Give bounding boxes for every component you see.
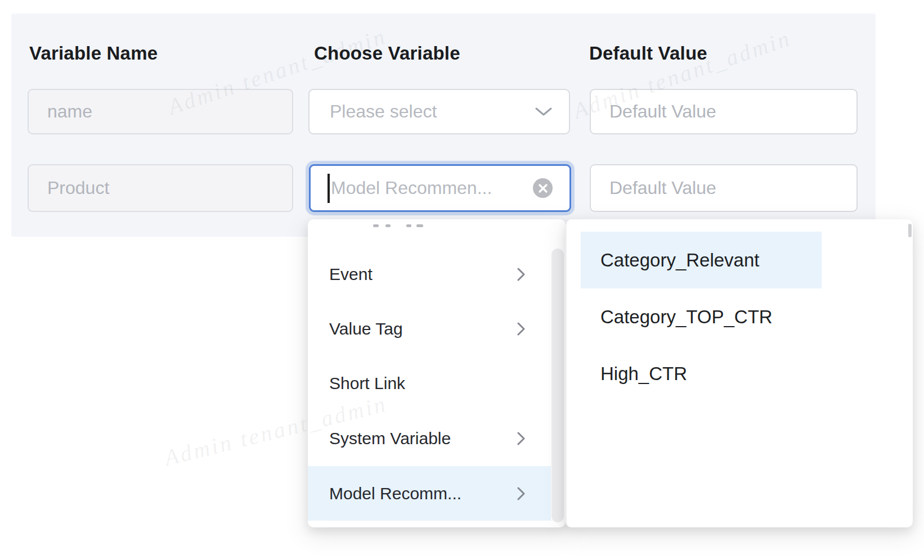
menu-scrollbar-thumb[interactable] bbox=[551, 249, 564, 522]
choose-variable-placeholder-row1: Please select bbox=[330, 101, 535, 122]
variable-name-input-row1-wrap bbox=[28, 89, 293, 134]
choose-variable-select-row1[interactable]: Please select bbox=[308, 89, 570, 134]
chevron-right-icon bbox=[517, 432, 525, 445]
clear-selection-button[interactable] bbox=[533, 178, 553, 198]
cascader-submenu: Category_Relevant Category_TOP_CTR High_… bbox=[566, 219, 913, 527]
default-value-input-row2-wrap bbox=[590, 164, 858, 212]
submenu-scrollbar-thumb[interactable] bbox=[908, 224, 912, 237]
chevron-right-icon bbox=[517, 487, 525, 500]
default-value-label: Default Value bbox=[589, 43, 707, 64]
menu-item-event[interactable]: Event bbox=[308, 247, 551, 301]
chevron-down-icon bbox=[535, 107, 552, 116]
default-value-input-row2[interactable] bbox=[590, 164, 858, 212]
variable-name-label: Variable Name bbox=[29, 43, 158, 64]
chevron-right-icon bbox=[517, 322, 525, 336]
submenu-item-high-ctr[interactable]: High_CTR bbox=[581, 345, 822, 402]
submenu-item-category-top-ctr[interactable]: Category_TOP_CTR bbox=[581, 288, 822, 345]
menu-item-value-tag[interactable]: Value Tag bbox=[308, 301, 551, 356]
variable-name-input-row1[interactable] bbox=[28, 89, 293, 134]
submenu-item-category-relevant[interactable]: Category_Relevant bbox=[581, 232, 822, 288]
clipped-item-remnant bbox=[385, 224, 391, 227]
choose-variable-value-row2: Model Recommen... bbox=[331, 178, 533, 198]
text-cursor bbox=[328, 174, 330, 203]
default-value-input-row1[interactable] bbox=[590, 89, 858, 134]
menu-item-short-link[interactable]: Short Link bbox=[308, 356, 551, 410]
cascader-menu: Event Value Tag Short Link System Variab… bbox=[308, 219, 566, 527]
menu-item-model-recommend[interactable]: Model Recomm... bbox=[308, 466, 551, 521]
variable-name-input-row2[interactable] bbox=[28, 164, 293, 212]
choose-variable-select-row2[interactable]: Model Recommen... bbox=[309, 164, 571, 212]
variable-name-input-row2-wrap bbox=[28, 164, 293, 212]
close-icon bbox=[538, 183, 548, 193]
choose-variable-label: Choose Variable bbox=[314, 43, 460, 64]
clipped-item-remnant bbox=[373, 224, 379, 227]
page: Variable Name Choose Variable Default Va… bbox=[0, 0, 924, 560]
chevron-right-icon bbox=[517, 268, 525, 281]
clipped-item-remnant bbox=[406, 224, 411, 227]
menu-item-system-variable[interactable]: System Variable bbox=[308, 411, 551, 466]
default-value-input-row1-wrap bbox=[590, 89, 858, 134]
clipped-item-remnant bbox=[416, 224, 423, 227]
